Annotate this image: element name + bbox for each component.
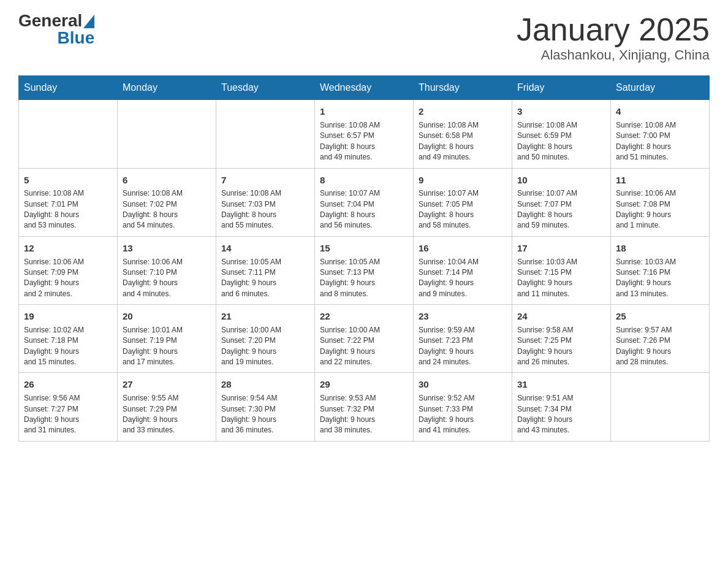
day-number: 17 bbox=[517, 242, 605, 255]
logo: General Blue bbox=[18, 12, 94, 47]
day-info: Sunrise: 10:04 AM Sunset: 7:14 PM Daylig… bbox=[419, 257, 507, 300]
day-number: 22 bbox=[320, 310, 408, 323]
day-number: 15 bbox=[320, 242, 408, 255]
calendar-day-cell bbox=[19, 100, 118, 168]
day-info: Sunrise: 10:08 AM Sunset: 7:01 PM Daylig… bbox=[24, 188, 112, 231]
day-number: 16 bbox=[419, 242, 507, 255]
day-number: 31 bbox=[517, 378, 605, 391]
day-info: Sunrise: 10:07 AM Sunset: 7:04 PM Daylig… bbox=[320, 188, 408, 231]
day-info: Sunrise: 9:52 AM Sunset: 7:33 PM Dayligh… bbox=[419, 393, 507, 436]
calendar-day-cell: 28Sunrise: 9:54 AM Sunset: 7:30 PM Dayli… bbox=[216, 373, 315, 441]
calendar-day-cell: 7Sunrise: 10:08 AM Sunset: 7:03 PM Dayli… bbox=[216, 168, 315, 236]
calendar-week-row: 1Sunrise: 10:08 AM Sunset: 6:57 PM Dayli… bbox=[19, 100, 710, 168]
day-info: Sunrise: 10:07 AM Sunset: 7:05 PM Daylig… bbox=[419, 188, 507, 231]
day-info: Sunrise: 10:06 AM Sunset: 7:10 PM Daylig… bbox=[123, 257, 211, 300]
day-info: Sunrise: 10:08 AM Sunset: 7:03 PM Daylig… bbox=[221, 188, 309, 231]
calendar-day-header: Wednesday bbox=[315, 76, 414, 100]
day-number: 20 bbox=[123, 310, 211, 323]
page-subtitle: Alashankou, Xinjiang, China bbox=[517, 47, 710, 63]
day-info: Sunrise: 10:02 AM Sunset: 7:18 PM Daylig… bbox=[24, 325, 112, 368]
day-info: Sunrise: 9:59 AM Sunset: 7:23 PM Dayligh… bbox=[419, 325, 507, 368]
day-number: 10 bbox=[517, 174, 605, 187]
day-number: 18 bbox=[616, 242, 704, 255]
day-info: Sunrise: 10:03 AM Sunset: 7:16 PM Daylig… bbox=[616, 257, 704, 300]
calendar-day-cell: 26Sunrise: 9:56 AM Sunset: 7:27 PM Dayli… bbox=[19, 373, 118, 441]
calendar-day-cell: 9Sunrise: 10:07 AM Sunset: 7:05 PM Dayli… bbox=[414, 168, 512, 236]
day-info: Sunrise: 9:54 AM Sunset: 7:30 PM Dayligh… bbox=[221, 393, 309, 436]
day-info: Sunrise: 10:08 AM Sunset: 6:58 PM Daylig… bbox=[419, 120, 507, 163]
day-info: Sunrise: 9:51 AM Sunset: 7:34 PM Dayligh… bbox=[517, 393, 605, 436]
day-number: 8 bbox=[320, 174, 408, 187]
calendar-day-cell: 17Sunrise: 10:03 AM Sunset: 7:15 PM Dayl… bbox=[512, 236, 611, 304]
page-header: General Blue January 2025 Alashankou, Xi… bbox=[18, 12, 710, 63]
day-info: Sunrise: 10:06 AM Sunset: 7:09 PM Daylig… bbox=[24, 257, 112, 300]
calendar-day-header: Tuesday bbox=[216, 76, 315, 100]
day-info: Sunrise: 9:53 AM Sunset: 7:32 PM Dayligh… bbox=[320, 393, 408, 436]
day-info: Sunrise: 10:08 AM Sunset: 6:57 PM Daylig… bbox=[320, 120, 408, 163]
calendar-week-row: 26Sunrise: 9:56 AM Sunset: 7:27 PM Dayli… bbox=[19, 373, 710, 441]
day-number: 5 bbox=[24, 174, 112, 187]
day-number: 6 bbox=[123, 174, 211, 187]
calendar-day-cell: 8Sunrise: 10:07 AM Sunset: 7:04 PM Dayli… bbox=[315, 168, 414, 236]
calendar-day-header: Thursday bbox=[414, 76, 512, 100]
calendar-day-cell: 30Sunrise: 9:52 AM Sunset: 7:33 PM Dayli… bbox=[414, 373, 512, 441]
title-block: January 2025 Alashankou, Xinjiang, China bbox=[517, 12, 710, 63]
day-number: 2 bbox=[419, 105, 507, 118]
calendar-week-row: 5Sunrise: 10:08 AM Sunset: 7:01 PM Dayli… bbox=[19, 168, 710, 236]
calendar-day-cell: 4Sunrise: 10:08 AM Sunset: 7:00 PM Dayli… bbox=[611, 100, 710, 168]
calendar-day-cell bbox=[611, 373, 710, 441]
calendar-day-header: Saturday bbox=[611, 76, 710, 100]
calendar-day-cell: 2Sunrise: 10:08 AM Sunset: 6:58 PM Dayli… bbox=[414, 100, 512, 168]
calendar-day-cell: 19Sunrise: 10:02 AM Sunset: 7:18 PM Dayl… bbox=[19, 305, 118, 373]
day-number: 23 bbox=[419, 310, 507, 323]
calendar-day-cell: 27Sunrise: 9:55 AM Sunset: 7:29 PM Dayli… bbox=[118, 373, 216, 441]
day-number: 3 bbox=[517, 105, 605, 118]
day-number: 12 bbox=[24, 242, 112, 255]
logo-general-text: General bbox=[18, 12, 82, 29]
day-info: Sunrise: 10:01 AM Sunset: 7:19 PM Daylig… bbox=[123, 325, 211, 368]
calendar-day-cell: 29Sunrise: 9:53 AM Sunset: 7:32 PM Dayli… bbox=[315, 373, 414, 441]
svg-marker-0 bbox=[83, 15, 94, 28]
calendar-day-header: Sunday bbox=[19, 76, 118, 100]
day-info: Sunrise: 10:00 AM Sunset: 7:22 PM Daylig… bbox=[320, 325, 408, 368]
calendar-day-cell: 23Sunrise: 9:59 AM Sunset: 7:23 PM Dayli… bbox=[414, 305, 512, 373]
day-number: 11 bbox=[616, 174, 704, 187]
day-number: 29 bbox=[320, 378, 408, 391]
calendar-table: SundayMondayTuesdayWednesdayThursdayFrid… bbox=[18, 75, 710, 442]
day-number: 28 bbox=[221, 378, 309, 391]
day-info: Sunrise: 10:07 AM Sunset: 7:07 PM Daylig… bbox=[517, 188, 605, 231]
calendar-day-cell: 16Sunrise: 10:04 AM Sunset: 7:14 PM Dayl… bbox=[414, 236, 512, 304]
calendar-day-cell: 25Sunrise: 9:57 AM Sunset: 7:26 PM Dayli… bbox=[611, 305, 710, 373]
day-info: Sunrise: 10:05 AM Sunset: 7:11 PM Daylig… bbox=[221, 257, 309, 300]
day-number: 14 bbox=[221, 242, 309, 255]
day-number: 26 bbox=[24, 378, 112, 391]
calendar-day-cell: 5Sunrise: 10:08 AM Sunset: 7:01 PM Dayli… bbox=[19, 168, 118, 236]
day-info: Sunrise: 9:56 AM Sunset: 7:27 PM Dayligh… bbox=[24, 393, 112, 436]
calendar-day-cell bbox=[216, 100, 315, 168]
day-info: Sunrise: 10:00 AM Sunset: 7:20 PM Daylig… bbox=[221, 325, 309, 368]
day-number: 13 bbox=[123, 242, 211, 255]
calendar-day-cell: 3Sunrise: 10:08 AM Sunset: 6:59 PM Dayli… bbox=[512, 100, 611, 168]
day-info: Sunrise: 9:57 AM Sunset: 7:26 PM Dayligh… bbox=[616, 325, 704, 368]
calendar-day-cell: 24Sunrise: 9:58 AM Sunset: 7:25 PM Dayli… bbox=[512, 305, 611, 373]
day-info: Sunrise: 10:08 AM Sunset: 6:59 PM Daylig… bbox=[517, 120, 605, 163]
day-info: Sunrise: 9:55 AM Sunset: 7:29 PM Dayligh… bbox=[123, 393, 211, 436]
page-title: January 2025 bbox=[517, 12, 710, 47]
day-number: 30 bbox=[419, 378, 507, 391]
calendar-day-header: Monday bbox=[118, 76, 216, 100]
calendar-week-row: 19Sunrise: 10:02 AM Sunset: 7:18 PM Dayl… bbox=[19, 305, 710, 373]
calendar-day-cell: 10Sunrise: 10:07 AM Sunset: 7:07 PM Dayl… bbox=[512, 168, 611, 236]
day-number: 9 bbox=[419, 174, 507, 187]
calendar-day-cell: 6Sunrise: 10:08 AM Sunset: 7:02 PM Dayli… bbox=[118, 168, 216, 236]
calendar-day-cell: 21Sunrise: 10:00 AM Sunset: 7:20 PM Dayl… bbox=[216, 305, 315, 373]
day-number: 4 bbox=[616, 105, 704, 118]
calendar-day-cell: 22Sunrise: 10:00 AM Sunset: 7:22 PM Dayl… bbox=[315, 305, 414, 373]
day-info: Sunrise: 10:08 AM Sunset: 7:00 PM Daylig… bbox=[616, 120, 704, 163]
day-number: 19 bbox=[24, 310, 112, 323]
logo-blue-text: Blue bbox=[58, 29, 95, 47]
logo-triangle-icon bbox=[83, 15, 94, 28]
calendar-day-cell: 1Sunrise: 10:08 AM Sunset: 6:57 PM Dayli… bbox=[315, 100, 414, 168]
calendar-day-header: Friday bbox=[512, 76, 611, 100]
calendar-day-cell: 13Sunrise: 10:06 AM Sunset: 7:10 PM Dayl… bbox=[118, 236, 216, 304]
calendar-day-cell: 20Sunrise: 10:01 AM Sunset: 7:19 PM Dayl… bbox=[118, 305, 216, 373]
